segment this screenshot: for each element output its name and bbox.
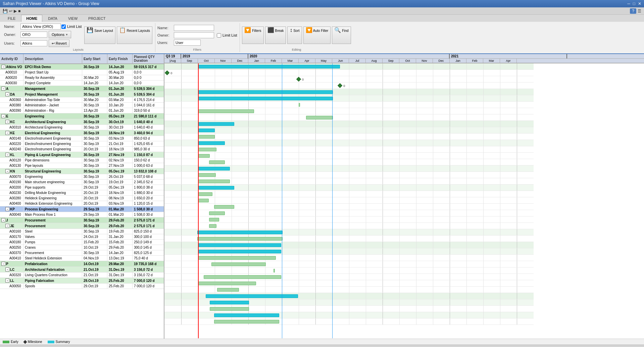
table-row[interactable]: A00040 Main Process Row 1 29.Sep.19 01.M… xyxy=(0,212,164,217)
expand-btn[interactable]: - xyxy=(1,218,5,222)
table-row[interactable]: A00230 Drilling Module Engineering 20.Oc… xyxy=(0,190,164,196)
col-header-estart[interactable]: Early Start xyxy=(82,54,107,63)
table-row[interactable]: - J Procurement 30.Sep.19 29.Feb.20 2 57… xyxy=(0,217,164,223)
expand-btn[interactable]: - xyxy=(5,131,9,135)
expand-btn[interactable]: - xyxy=(5,92,9,96)
expand-btn[interactable]: - xyxy=(1,65,5,69)
close-btn[interactable]: ✕ xyxy=(638,1,641,6)
sort-btn[interactable]: ↕ Sort xyxy=(287,27,302,44)
status-bar: Number of activities : 42 Row 1 to 42 of… xyxy=(0,345,644,347)
recent-layouts-btn[interactable]: 📋 Recent Layouts xyxy=(117,27,152,44)
table-row[interactable]: A00180 Pumps 15.Feb.20 15.Feb.20 250,0 1… xyxy=(0,240,164,245)
expand-btn[interactable]: - xyxy=(5,207,9,211)
table-row[interactable]: A00160 Steel 30.Sep.19 19.Feb.20 825,0 1… xyxy=(0,229,164,234)
td-actid: A00310 xyxy=(0,125,23,130)
expand-btn[interactable]: - xyxy=(1,114,5,118)
table-row[interactable]: A00130 Pipe layouts 30.Sep.19 27.Nov.19 … xyxy=(0,163,164,168)
col-header-qty[interactable]: Planned QTY Duration xyxy=(133,54,164,63)
filter-owner-input[interactable] xyxy=(174,32,214,38)
table-row[interactable]: - KN Structural Engineering 30.Sep.19 05… xyxy=(0,168,164,174)
table-row[interactable]: - E Engineering 30.Sep.19 05.Dec.19 21 5… xyxy=(0,113,164,119)
expand-btn[interactable]: - xyxy=(5,224,9,228)
limit-list-checkbox[interactable] xyxy=(61,24,66,29)
gantt-panel[interactable]: Q3 19 2019 2020 2021 |Aug Sep Oct Nov De… xyxy=(164,54,644,339)
table-row[interactable]: A00170 Valves 24.Oct.19 31.Jan.20 300,0 … xyxy=(0,234,164,240)
table-row[interactable]: - LC Architectural Fabrication 21.Oct.19… xyxy=(0,267,164,272)
expand-btn[interactable]: - xyxy=(5,169,9,173)
tab-view[interactable]: VIEW xyxy=(63,15,83,22)
filter-name-input[interactable] xyxy=(174,25,214,31)
table-row[interactable]: A00310 Architectural Engineering 30.Sep.… xyxy=(0,125,164,130)
menu-icon[interactable]: ☰ xyxy=(638,9,641,13)
col-header-actid[interactable]: Activity ID xyxy=(0,54,23,63)
auto-filter-btn[interactable]: 🔽 Auto Filter xyxy=(303,27,331,44)
table-row[interactable]: A00010 Project Start Up 05.Aug.19 0,0 0 xyxy=(0,70,164,75)
tab-file[interactable]: FILE xyxy=(3,15,20,22)
find-btn[interactable]: 🔍 Find xyxy=(332,27,351,44)
col-header-efinish[interactable]: Early Finish xyxy=(107,54,133,63)
td-actid: - DA xyxy=(0,92,23,97)
save-layout-btn[interactable]: 💾 Save Layout xyxy=(84,27,115,44)
col-header-desc[interactable]: Description xyxy=(23,54,82,63)
tab-project[interactable]: PROJECT xyxy=(83,15,110,22)
table-row[interactable]: A00320 Living Quarters Construction 21.O… xyxy=(0,272,164,278)
table-row[interactable]: A00140 Electro/Instrument Engineering 30… xyxy=(0,136,164,141)
table-row[interactable]: - JE Procurement 30.Sep.19 29.Feb.20 2 5… xyxy=(0,223,164,229)
expand-btn[interactable]: - xyxy=(1,262,5,266)
table-row[interactable]: A00220 Electro/Instrument Engineering 30… xyxy=(0,141,164,147)
table-row[interactable]: A00410 Steel Helideck Extension 04.Nov.1… xyxy=(0,256,164,261)
table-row[interactable]: - KL Piping & Layout Engineering 30.Sep.… xyxy=(0,152,164,158)
table-row[interactable]: - Atkins VO Demo EPCI Risk Demo 30.Sep.1… xyxy=(0,64,164,70)
year-2020: 2020 xyxy=(248,54,450,58)
td-qty: 1 625,0 65 d xyxy=(133,141,164,146)
toolbar-btn1[interactable]: ▶ xyxy=(14,9,17,13)
table-row[interactable]: - LL Piping Fabrication 29.Oct.19 25.Feb… xyxy=(0,278,164,284)
table-row[interactable]: A00250 Cranes 10.Oct.19 29.Feb.20 300,0 … xyxy=(0,245,164,250)
table-panel[interactable]: Activity ID Description Early Start Earl… xyxy=(0,54,164,339)
expand-btn[interactable]: - xyxy=(5,153,9,157)
layout-name-input[interactable] xyxy=(20,23,61,30)
tab-home[interactable]: HOME xyxy=(21,15,42,22)
table-row[interactable]: A00030 Project Complete 14.Jun.20 14.Jun… xyxy=(0,81,164,86)
tab-data[interactable]: DATA xyxy=(43,15,62,22)
owner-input[interactable] xyxy=(20,32,47,38)
table-row[interactable]: A00190 Main structure engineering 30.Sep… xyxy=(0,180,164,185)
td-estart: 30.Sep.19 xyxy=(82,86,107,91)
expand-btn[interactable]: - xyxy=(5,267,9,271)
expand-btn[interactable]: - xyxy=(5,120,9,124)
table-row[interactable]: A00380 Administration - Jacket 30.Sep.19… xyxy=(0,103,164,108)
undo-icon[interactable]: ↩ xyxy=(9,9,12,13)
table-row[interactable]: A00390 Administration - Rig 13.Apr.20 01… xyxy=(0,108,164,113)
table-row[interactable]: A00370 Procurement 30.Sep.19 14.Jan.20 8… xyxy=(0,250,164,256)
table-row[interactable]: A00400 Helideck Extension Engineering 20… xyxy=(0,201,164,206)
table-row[interactable]: - A Management 30.Sep.19 01.Jun.20 5 539… xyxy=(0,86,164,92)
minimize-btn[interactable]: ─ xyxy=(627,1,630,6)
table-row[interactable]: A00020 Ready for Assembly 30.Mar.20 30.M… xyxy=(0,75,164,81)
maximize-btn[interactable]: □ xyxy=(633,1,635,6)
table-row[interactable]: - KP Process Engineering 29.Sep.19 01.Ma… xyxy=(0,206,164,212)
options-btn[interactable]: Options ▼ xyxy=(49,31,71,38)
filter-limit-list[interactable] xyxy=(217,33,221,38)
revert-btn[interactable]: ↩ Revert xyxy=(49,40,69,47)
save-icon[interactable]: 💾 xyxy=(3,9,8,13)
users-input[interactable] xyxy=(20,40,47,46)
help-icon[interactable]: ? xyxy=(630,8,636,14)
table-row[interactable]: A00070 Engineering 30.Sep.19 26.Oct.19 5… xyxy=(0,174,164,180)
table-row[interactable]: - KE Electrical Engineering 30.Sep.19 18… xyxy=(0,130,164,136)
expand-btn[interactable]: - xyxy=(1,87,5,91)
table-row[interactable]: - DA Project Management 30.Sep.19 01.Jun… xyxy=(0,92,164,97)
table-row[interactable]: A00280 Helideck Engineering 20.Oct.19 08… xyxy=(0,196,164,201)
table-row[interactable]: A00200 Pipe supports 29.Oct.19 05.Dec.19… xyxy=(0,185,164,190)
table-row[interactable]: - P Prefabrication 14.Oct.19 29.Mar.20 1… xyxy=(0,261,164,267)
filters-btn[interactable]: 🔽 Filters xyxy=(242,27,263,44)
table-row[interactable]: A00360 Administration Top Side 30.Mar.20… xyxy=(0,97,164,103)
break-btn[interactable]: ⬛ Break xyxy=(265,27,286,44)
table-row[interactable]: - KC Architectural Engineering 30.Sep.19… xyxy=(0,119,164,125)
expand-btn[interactable]: - xyxy=(5,279,9,283)
toolbar-btn2[interactable]: ■ xyxy=(18,9,20,13)
filter-users-input[interactable] xyxy=(174,40,201,46)
table-row[interactable]: A00120 Pipe dimensions 30.Sep.19 02.Nov.… xyxy=(0,158,164,163)
table-row[interactable]: A00050 Spools 29.Oct.19 25.Feb.20 7 000,… xyxy=(0,284,164,289)
table-row[interactable]: A00240 Electro/Instrument Engineering 20… xyxy=(0,147,164,152)
td-desc: Pipe layouts xyxy=(23,163,82,168)
